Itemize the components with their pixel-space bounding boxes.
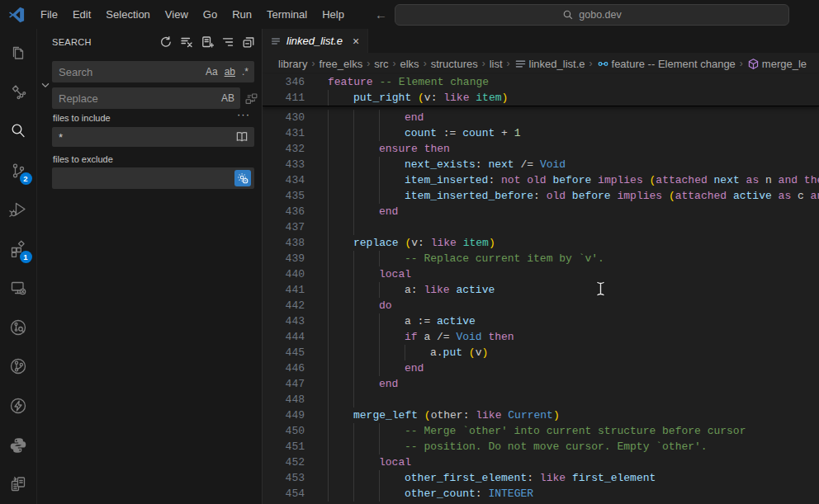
code-line-453[interactable]: 453other_first_element: like first_eleme… xyxy=(263,470,819,486)
breadcrumb-item[interactable]: feature -- Element change xyxy=(597,58,736,70)
activity-item-git-graph[interactable] xyxy=(0,347,37,387)
code-line-449[interactable]: 449merge_left (other: like Current) xyxy=(263,407,819,423)
files-to-exclude-label: files to exclude xyxy=(53,154,113,164)
breadcrumb-separator: › xyxy=(482,58,485,69)
whole-word-icon[interactable]: ab xyxy=(225,66,235,78)
line-number: 445 xyxy=(263,345,322,360)
files-exclude-box xyxy=(52,167,254,189)
open-new-search-editor-icon[interactable] xyxy=(201,35,214,49)
code-line-430[interactable]: 430end xyxy=(263,110,819,125)
line-number: 432 xyxy=(263,141,322,157)
activity-item-source-control[interactable]: 2 xyxy=(0,151,37,191)
view-as-tree-icon[interactable] xyxy=(221,35,234,49)
code-line-436[interactable]: 436end xyxy=(263,204,819,219)
code-line-452[interactable]: 452local xyxy=(263,455,819,470)
code-line-454[interactable]: 454other_count: INTEGER xyxy=(263,486,819,502)
breadcrumb-item[interactable]: merge_le xyxy=(747,58,807,70)
menu-go[interactable]: Go xyxy=(196,8,225,21)
match-case-icon[interactable]: Aa xyxy=(206,66,218,78)
menu-run[interactable]: Run xyxy=(225,8,259,21)
breadcrumb-item[interactable]: elks xyxy=(400,58,419,70)
gear-exclude-icon[interactable] xyxy=(234,170,251,186)
code-line-438[interactable]: 438replace (v: like item) xyxy=(263,235,819,251)
command-center-text: gobo.dev xyxy=(579,9,621,21)
code-line-441[interactable]: 441a: like active xyxy=(263,282,819,298)
menu-file[interactable]: File xyxy=(33,8,65,21)
breadcrumb-item[interactable]: library xyxy=(278,58,307,70)
code-line-437[interactable]: 437 xyxy=(263,219,819,235)
code-line-451[interactable]: 451-- position. Do not move cursor. Empt… xyxy=(263,439,819,455)
line-number: 450 xyxy=(263,423,322,439)
code-line-432[interactable]: 432ensure then xyxy=(263,141,819,157)
breadcrumb-item[interactable]: structures xyxy=(431,58,478,70)
collapse-all-icon[interactable] xyxy=(242,35,255,49)
breadcrumb-separator: › xyxy=(740,58,743,69)
code-editor[interactable]: 346feature -- Element change411put_right… xyxy=(263,74,819,504)
activity-item-run-and-debug[interactable] xyxy=(0,190,37,229)
code-line-444[interactable]: 444if a /= Void then xyxy=(263,329,819,345)
replace-input[interactable] xyxy=(52,92,221,105)
command-center-search[interactable]: gobo.dev xyxy=(395,4,789,26)
line-number: 438 xyxy=(263,235,322,251)
code-line-346[interactable]: 346feature -- Element change xyxy=(263,74,819,90)
files-exclude-input[interactable] xyxy=(52,172,234,185)
code-line-411[interactable]: 411put_right (v: like item) xyxy=(263,90,819,106)
files-icon xyxy=(8,43,28,63)
activity-item-python[interactable] xyxy=(0,426,37,465)
menu-edit[interactable]: Edit xyxy=(65,8,98,21)
menu-selection[interactable]: Selection xyxy=(98,8,157,21)
breadcrumb-item[interactable]: linked_list.e xyxy=(514,58,585,70)
code-line-443[interactable]: 443a := active xyxy=(263,313,819,329)
activity-item-todo-notes[interactable] xyxy=(0,464,37,504)
activity-item-extensions[interactable]: 1 xyxy=(0,229,37,269)
code-line-434[interactable]: 434item_inserted: not old before implies… xyxy=(263,172,819,188)
code-line-442[interactable]: 442do xyxy=(263,298,819,313)
line-number: 451 xyxy=(263,439,322,455)
circle-branch-icon xyxy=(8,356,28,376)
sidebar-title: SEARCH xyxy=(52,37,92,47)
use-regex-icon[interactable]: .* xyxy=(242,66,249,78)
preserve-case-icon[interactable]: AB xyxy=(221,92,234,104)
toggle-search-details-icon[interactable]: ··· xyxy=(237,108,250,120)
notes-icon xyxy=(8,474,28,494)
clear-search-results-icon[interactable] xyxy=(180,35,193,49)
code-line-440[interactable]: 440local xyxy=(263,266,819,282)
vscode-logo-icon xyxy=(8,7,25,23)
breadcrumb-item[interactable]: src xyxy=(374,58,388,70)
activity-item-thunder-client[interactable] xyxy=(0,386,37,426)
circle-search-icon xyxy=(8,318,28,337)
breadcrumb-item[interactable]: free_elks xyxy=(319,58,362,70)
code-line-445[interactable]: 445a.put (v) xyxy=(263,345,819,360)
code-line-447[interactable]: 447end xyxy=(263,376,819,392)
tab-bar: linked_list.e × xyxy=(263,29,819,53)
code-line-439[interactable]: 439-- Replace current item by `v'. xyxy=(263,251,819,266)
line-number: 441 xyxy=(263,282,322,298)
activity-bar: 21 xyxy=(0,29,37,504)
breadcrumb-item[interactable]: list xyxy=(490,58,503,70)
code-line-435[interactable]: 435item_inserted_before: old before impl… xyxy=(263,188,819,204)
breadcrumb: library›free_elks›src›elks›structures›li… xyxy=(263,53,819,74)
code-line-450[interactable]: 450-- Merge `other' into current structu… xyxy=(263,423,819,439)
tab-linked-list[interactable]: linked_list.e × xyxy=(263,29,368,53)
activity-item-remote-explorer[interactable] xyxy=(0,268,37,308)
line-number: 446 xyxy=(263,360,322,376)
menu-terminal[interactable]: Terminal xyxy=(259,8,315,21)
code-line-433[interactable]: 433next_exists: next /= Void xyxy=(263,157,819,172)
activity-item-search[interactable] xyxy=(0,111,37,151)
refresh-icon[interactable] xyxy=(159,35,173,49)
tab-close-icon[interactable]: × xyxy=(353,35,359,48)
menu-help[interactable]: Help xyxy=(315,8,352,21)
search-input[interactable] xyxy=(52,66,206,78)
replace-all-icon[interactable] xyxy=(244,92,258,106)
book-icon[interactable] xyxy=(234,130,249,144)
files-include-input[interactable] xyxy=(52,131,234,144)
code-line-448[interactable]: 448 xyxy=(263,392,819,407)
activity-item-tool-graph[interactable] xyxy=(0,73,37,112)
code-line-446[interactable]: 446end xyxy=(263,360,819,376)
nav-back-icon[interactable]: ← xyxy=(375,7,387,21)
activity-item-explorer[interactable] xyxy=(0,33,37,73)
code-line-431[interactable]: 431count := count + 1 xyxy=(263,125,819,141)
menu-view[interactable]: View xyxy=(158,8,196,21)
activity-item-git-history[interactable] xyxy=(0,308,37,347)
toggle-replace-chevron-icon[interactable] xyxy=(40,79,51,91)
